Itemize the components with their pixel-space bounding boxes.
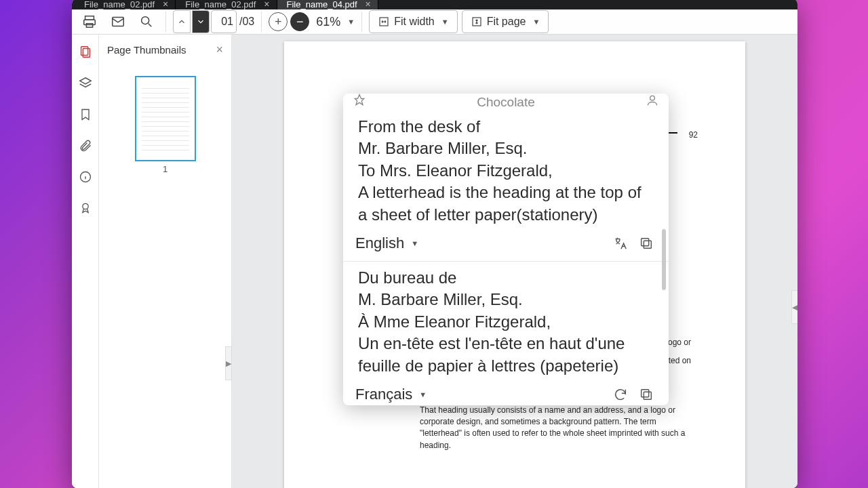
- popup-scrollbar[interactable]: [662, 229, 666, 290]
- page-thumbnail-1[interactable]: [135, 76, 196, 161]
- page-navigator: /03: [173, 10, 254, 33]
- user-icon[interactable]: [646, 94, 659, 110]
- thumbnails-title: Page Thumbnails: [107, 44, 186, 56]
- svg-rect-15: [642, 390, 649, 397]
- document-tab-0[interactable]: File_name_02.pdf ×: [75, 0, 176, 9]
- fit-page-label: Fit page: [487, 16, 526, 28]
- tab-bar: File_name_02.pdf × File_name_02.pdf × Fi…: [72, 0, 797, 9]
- left-sidebar: [72, 35, 99, 488]
- thumbnails-panel: Page Thumbnails × 1: [99, 35, 232, 488]
- svg-rect-3: [113, 18, 124, 26]
- popup-header: Chocolate: [343, 94, 669, 110]
- tab-label: File_name_02.pdf: [84, 0, 155, 9]
- separator: [261, 12, 262, 32]
- target-text[interactable]: Du bureau de M. Barbare Miller, Esq. À M…: [343, 262, 669, 377]
- translate-popup: Chocolate From the desk of Mr. Barbare M…: [343, 94, 669, 405]
- bookmark-icon[interactable]: [77, 106, 94, 123]
- refresh-icon[interactable]: [610, 384, 631, 405]
- thumbnails-icon[interactable]: [77, 44, 94, 60]
- copy-icon[interactable]: [636, 384, 656, 405]
- svg-rect-1: [84, 20, 96, 24]
- separator: [165, 12, 166, 32]
- page-total-label: /03: [239, 16, 254, 28]
- tab-label: File_name_02.pdf: [185, 0, 256, 9]
- translate-icon[interactable]: [610, 233, 631, 253]
- source-pane: From the desk of Mr. Barbare Miller, Esq…: [343, 110, 669, 261]
- svg-rect-2: [86, 24, 92, 28]
- page-number-badge: 92: [689, 129, 698, 141]
- page-up-button[interactable]: [173, 10, 191, 33]
- print-icon[interactable]: [77, 9, 102, 34]
- svg-point-11: [650, 96, 655, 100]
- fit-width-button[interactable]: Fit width ▼: [369, 10, 457, 33]
- svg-point-10: [82, 203, 87, 209]
- chevron-down-icon: ▼: [441, 18, 449, 26]
- desktop-background: File_name_02.pdf × File_name_02.pdf × Fi…: [0, 0, 868, 488]
- pdf-app-window: File_name_02.pdf × File_name_02.pdf × Fi…: [72, 0, 797, 488]
- zoom-out-button[interactable]: −: [290, 12, 309, 31]
- svg-rect-7: [81, 47, 87, 56]
- page-number-input[interactable]: [211, 10, 237, 33]
- svg-rect-14: [644, 392, 651, 399]
- svg-rect-0: [85, 16, 94, 20]
- close-icon[interactable]: ×: [216, 43, 223, 57]
- thumbnail-preview: [142, 84, 189, 153]
- target-toolbar: Français ▼: [343, 377, 669, 405]
- fit-width-label: Fit width: [394, 16, 435, 28]
- toolbar: /03 + − 61% ▼ Fit width ▼ Fit page ▼: [72, 9, 797, 35]
- zoom-in-button[interactable]: +: [269, 12, 288, 31]
- tab-label: File_name_04.pdf: [287, 0, 357, 9]
- close-icon[interactable]: ×: [163, 0, 168, 9]
- panel-collapse-right[interactable]: ◀: [791, 290, 797, 324]
- chevron-down-icon: ▼: [532, 18, 540, 26]
- zoom-controls: + − 61% ▼: [269, 12, 355, 31]
- separator: [361, 12, 362, 32]
- document-tab-2[interactable]: File_name_04.pdf ×: [277, 0, 378, 9]
- award-icon[interactable]: [77, 200, 94, 216]
- search-icon[interactable]: [134, 9, 159, 34]
- chevron-down-icon: ▼: [411, 239, 418, 247]
- source-language-select[interactable]: English ▼: [355, 235, 418, 252]
- layers-icon[interactable]: [77, 75, 94, 92]
- page-down-button[interactable]: [192, 10, 210, 33]
- target-language-select[interactable]: Français ▼: [355, 386, 427, 403]
- popup-title: Chocolate: [366, 95, 646, 110]
- close-icon[interactable]: ×: [366, 0, 371, 9]
- svg-rect-12: [644, 241, 651, 248]
- copy-icon[interactable]: [636, 233, 656, 253]
- info-icon[interactable]: [77, 169, 94, 185]
- close-icon[interactable]: ×: [264, 0, 269, 9]
- pin-icon[interactable]: [353, 94, 366, 110]
- source-text[interactable]: From the desk of Mr. Barbare Miller, Esq…: [343, 110, 669, 226]
- svg-rect-8: [83, 49, 90, 58]
- mail-icon[interactable]: [106, 9, 130, 34]
- thumbnail-page-number: 1: [106, 164, 224, 174]
- target-pane: Du bureau de M. Barbare Miller, Esq. À M…: [343, 261, 669, 405]
- svg-point-4: [142, 17, 149, 24]
- panel-collapse-left[interactable]: ▶: [225, 346, 232, 380]
- chevron-down-icon: ▼: [419, 390, 427, 399]
- svg-rect-13: [642, 239, 649, 246]
- zoom-value: 61%: [316, 15, 340, 29]
- fit-page-button[interactable]: Fit page ▼: [462, 10, 549, 33]
- document-tab-1[interactable]: File_name_02.pdf ×: [176, 0, 277, 9]
- source-toolbar: English ▼: [343, 226, 669, 261]
- chevron-down-icon[interactable]: ▼: [347, 18, 355, 26]
- attachment-icon[interactable]: [77, 138, 94, 154]
